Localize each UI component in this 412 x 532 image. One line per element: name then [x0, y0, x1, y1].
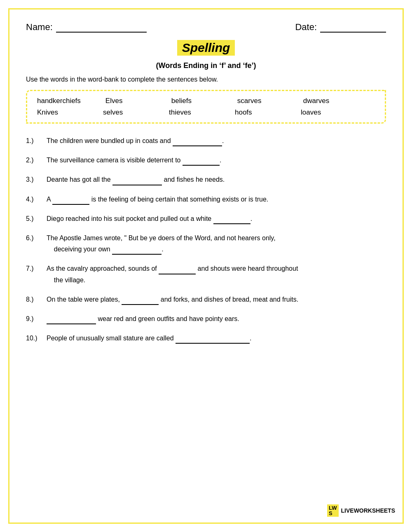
worksheet-page: Name: Date: Spelling (Words Ending in ‘f…: [8, 8, 404, 524]
blank-4[interactable]: [52, 197, 89, 205]
q-text-1: The children were bundled up in coats an…: [47, 135, 386, 146]
question-5: 5.) Diego reached into his suit pocket a…: [26, 213, 386, 224]
q-text-7: As the cavalry approached, sounds of and…: [47, 263, 386, 285]
q-text-10: People of unusually small stature are ca…: [47, 333, 386, 344]
q-text-5: Diego reached into his suit pocket and p…: [47, 213, 386, 224]
blank-8[interactable]: [122, 298, 159, 305]
word-knives: Knives: [37, 108, 78, 117]
word-elves: Elves: [105, 97, 147, 105]
q-num-2: 2.): [26, 155, 47, 166]
question-10: 10.) People of unusually small stature a…: [26, 333, 386, 344]
blank-3[interactable]: [112, 178, 162, 185]
q-text-3: Deante has got all the and fishes he nee…: [47, 174, 386, 185]
question-2: 2.) The surveillance camera is visible d…: [26, 155, 386, 166]
questions-section: 1.) The children were bundled up in coat…: [26, 135, 386, 344]
word-bank-row-1: handkerchiefs Elves beliefs scarves dwar…: [37, 97, 375, 105]
word-loaves: loaves: [301, 108, 342, 117]
q-num-6: 6.): [26, 232, 47, 255]
question-7: 7.) As the cavalry approached, sounds of…: [26, 263, 386, 285]
question-3: 3.) Deante has got all the and fishes he…: [26, 174, 386, 185]
lw-logo: LWS: [327, 504, 339, 517]
blank-6[interactable]: [112, 247, 162, 255]
word-bank: handkerchiefs Elves beliefs scarves dwar…: [26, 90, 386, 124]
q-num-1: 1.): [26, 135, 47, 146]
word-hoofs: hoofs: [235, 108, 276, 117]
lw-brand-name: LIVEWORKSHEETS: [341, 507, 395, 514]
blank-10[interactable]: [176, 336, 250, 344]
q-text-2: The surveillance camera is visible deter…: [47, 155, 386, 166]
question-8: 8.) On the table were plates, and forks,…: [26, 294, 386, 305]
question-4: 4.) A is the feeling of being certain th…: [26, 194, 386, 205]
date-field: Date:: [295, 22, 386, 33]
word-selves: selves: [103, 108, 144, 117]
name-field: Name:: [26, 22, 147, 33]
title-block: Spelling: [26, 40, 386, 56]
blank-7[interactable]: [159, 267, 196, 274]
blank-2[interactable]: [183, 158, 220, 166]
word-handkerchiefs: handkerchiefs: [37, 97, 81, 105]
date-label: Date:: [295, 22, 317, 33]
lw-logo-box: LWS: [327, 504, 339, 517]
q-num-10: 10.): [26, 333, 47, 344]
word-bank-row-2: Knives selves thieves hoofs loaves: [37, 108, 375, 117]
instructions: Use the words in the word-bank to comple…: [26, 76, 386, 83]
question-6: 6.) The Apostle James wrote, " But be ye…: [26, 232, 386, 255]
q-text-9: wear red and green outfits and have poin…: [47, 313, 386, 324]
word-beliefs: beliefs: [171, 97, 213, 105]
q-num-7: 7.): [26, 263, 47, 285]
q-num-4: 4.): [26, 194, 47, 205]
q-text-4: A is the feeling of being certain that s…: [47, 194, 386, 205]
header-row: Name: Date:: [26, 22, 386, 33]
q-text-6: The Apostle James wrote, " But be ye doe…: [47, 232, 386, 255]
blank-5[interactable]: [213, 217, 250, 224]
q-num-9: 9.): [26, 313, 47, 324]
q-num-8: 8.): [26, 294, 47, 305]
liveworksheets-badge: LWS LIVEWORKSHEETS: [327, 504, 395, 517]
question-9: 9.) wear red and green outfits and have …: [26, 313, 386, 324]
blank-9[interactable]: [47, 317, 96, 324]
word-thieves: thieves: [169, 108, 210, 117]
q-num-3: 3.): [26, 174, 47, 185]
question-1: 1.) The children were bundled up in coat…: [26, 135, 386, 146]
worksheet-subtitle: (Words Ending in ‘f’ and ‘fe’): [26, 61, 386, 70]
q-num-5: 5.): [26, 213, 47, 224]
q-text-8: On the table were plates, and forks, and…: [47, 294, 386, 305]
name-label: Name:: [26, 22, 53, 33]
blank-1[interactable]: [173, 139, 222, 146]
date-underline: [320, 24, 386, 33]
word-scarves: scarves: [237, 97, 279, 105]
name-underline: [56, 24, 147, 33]
worksheet-title: Spelling: [177, 40, 235, 56]
word-dwarves: dwarves: [303, 97, 344, 105]
